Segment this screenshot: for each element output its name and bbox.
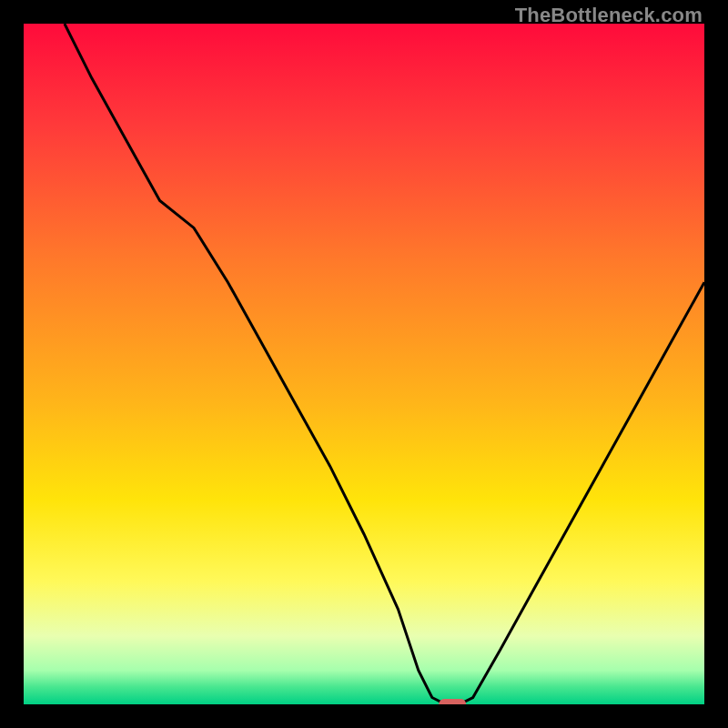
optimal-marker	[439, 699, 466, 704]
gradient-background	[24, 24, 704, 704]
bottleneck-chart	[24, 24, 704, 704]
chart-frame: TheBottleneck.com	[0, 0, 728, 728]
plot-area	[24, 24, 704, 704]
